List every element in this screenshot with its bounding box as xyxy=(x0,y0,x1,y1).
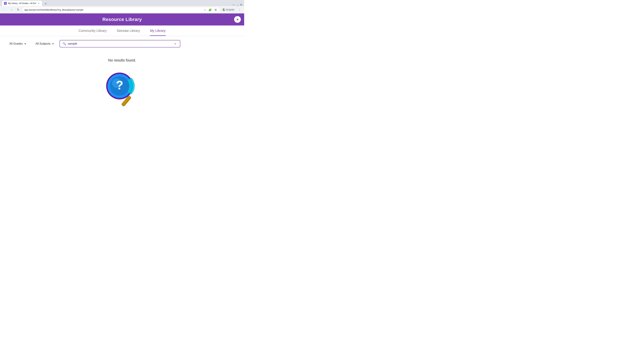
svg-text:?: ? xyxy=(116,78,123,92)
maximize-button[interactable]: ⬜ xyxy=(236,4,238,6)
no-results-message: No results found. xyxy=(108,58,136,62)
forward-button[interactable]: → xyxy=(9,7,14,12)
incognito-label: Incognito xyxy=(226,8,234,11)
url-display: app.seesaw.me/#/activities/library?my_li… xyxy=(24,8,201,11)
close-window-button[interactable]: ✕ xyxy=(240,4,242,6)
address-bar-row: ← → ↻ app.seesaw.me/#/activities/library… xyxy=(0,6,244,13)
browser-chrome: S My Library - All Grades - All Sul × + … xyxy=(0,0,244,13)
subjects-dropdown[interactable]: All Subjects ▼ xyxy=(33,40,57,47)
profile-button[interactable]: ⊞ xyxy=(213,7,218,12)
tab-community-library[interactable]: Community Library xyxy=(78,29,107,36)
back-button[interactable]: ← xyxy=(2,7,8,12)
incognito-badge: 🕵 Incognito xyxy=(221,8,236,11)
address-bar[interactable]: app.seesaw.me/#/activities/library?my_li… xyxy=(22,7,220,12)
tab-title: My Library - All Grades - All Sul xyxy=(8,2,36,4)
resource-library-header: Resource Library × xyxy=(0,13,244,25)
tab-seesaw-library[interactable]: Seesaw Library xyxy=(117,29,140,36)
new-tab-button[interactable]: + xyxy=(43,1,48,6)
bookmark-button[interactable]: ☆ xyxy=(202,7,207,12)
close-button[interactable]: × xyxy=(234,16,241,23)
magnifier-svg: ? xyxy=(102,69,142,109)
search-icon: 🔍 xyxy=(62,42,66,45)
extensions-button[interactable]: 🧩 xyxy=(208,7,212,12)
search-container: 🔍 × xyxy=(60,40,180,47)
browser-menu-button[interactable]: ⋮ xyxy=(237,7,242,12)
library-tabs: Community Library Seesaw Library My Libr… xyxy=(0,25,244,36)
search-input-wrapper: 🔍 × xyxy=(60,40,180,47)
active-tab: S My Library - All Grades - All Sul × xyxy=(2,1,42,6)
subjects-label: All Subjects xyxy=(36,42,50,45)
grades-chevron-icon: ▼ xyxy=(24,42,26,45)
filters-row: All Grades ▼ All Subjects ▼ 🔍 × xyxy=(0,36,244,51)
tab-close-button[interactable]: × xyxy=(37,2,40,5)
page-title: Resource Library xyxy=(102,17,142,22)
no-results-section: No results found. ? xyxy=(0,51,244,116)
grades-dropdown[interactable]: All Grades ▼ xyxy=(7,40,30,47)
address-bar-icons: ☆ 🧩 ⊞ xyxy=(202,7,218,12)
grades-label: All Grades xyxy=(10,42,23,45)
search-clear-button[interactable]: × xyxy=(173,42,177,46)
tab-bar: S My Library - All Grades - All Sul × + … xyxy=(0,0,244,6)
tab-favicon: S xyxy=(4,2,7,5)
app-content: Resource Library × Community Library See… xyxy=(0,13,244,116)
no-results-illustration: ? xyxy=(102,69,142,109)
search-input[interactable] xyxy=(68,42,172,45)
tab-my-library[interactable]: My Library xyxy=(150,29,166,36)
subjects-chevron-icon: ▼ xyxy=(52,42,54,45)
incognito-icon: 🕵 xyxy=(223,8,225,11)
minimize-button[interactable]: ─ xyxy=(232,4,235,6)
reload-button[interactable]: ↻ xyxy=(16,7,21,12)
